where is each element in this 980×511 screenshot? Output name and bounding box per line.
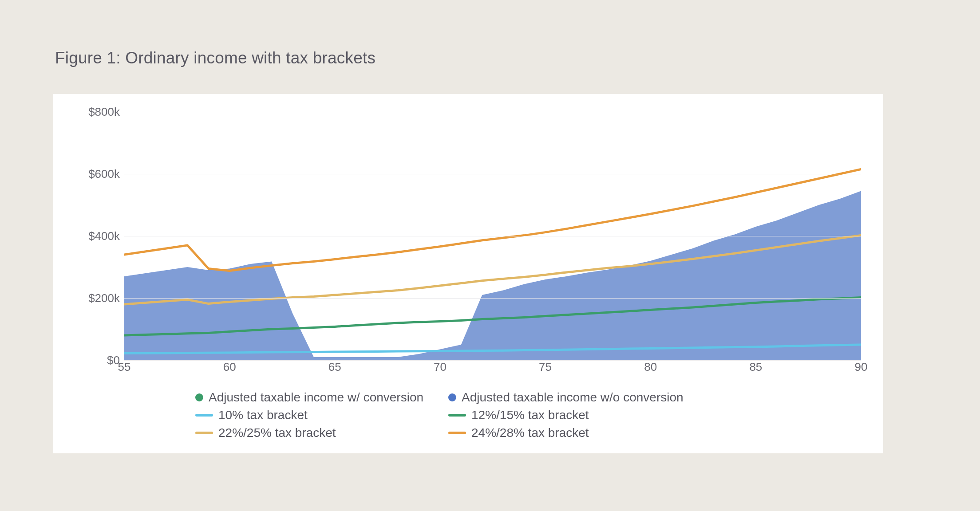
legend-item: 22%/25% tax bracket: [195, 426, 448, 440]
x-tick-label: 80: [644, 360, 657, 374]
y-tick-label: $400k: [88, 229, 120, 243]
legend-item: Adjusted taxable income w/o conversion: [448, 390, 723, 405]
legend-swatch-dot: [195, 393, 203, 401]
x-tick-label: 65: [328, 360, 341, 374]
chart-card: $0$200k$400k$600k$800k 5560657075808590 …: [53, 94, 883, 453]
y-axis: $0$200k$400k$600k$800k: [71, 112, 124, 360]
gridline: [124, 236, 861, 236]
legend-label: 24%/28% tax bracket: [471, 426, 589, 440]
x-tick-label: 75: [539, 360, 552, 374]
x-axis: 5560657075808590: [124, 360, 861, 378]
legend-item: 10% tax bracket: [195, 408, 448, 422]
x-tick-label: 60: [223, 360, 236, 374]
x-tick-label: 90: [855, 360, 868, 374]
legend-label: Adjusted taxable income w/o conversion: [462, 390, 684, 405]
legend-item: Adjusted taxable income w/ conversion: [195, 390, 448, 405]
x-tick-label: 85: [749, 360, 762, 374]
x-tick-label: 70: [434, 360, 447, 374]
legend-swatch-line: [448, 432, 466, 434]
gridline: [124, 174, 861, 174]
legend-label: Adjusted taxable income w/ conversion: [209, 390, 423, 405]
figure-title: Figure 1: Ordinary income with tax brack…: [55, 49, 936, 67]
legend-swatch-line: [195, 414, 213, 417]
y-tick-label: $800k: [88, 105, 120, 119]
legend-label: 12%/15% tax bracket: [471, 408, 589, 422]
legend-label: 22%/25% tax bracket: [218, 426, 336, 440]
gridline: [124, 112, 861, 112]
y-tick-label: $200k: [88, 291, 120, 305]
legend-item: 24%/28% tax bracket: [448, 426, 723, 440]
legend-swatch-line: [195, 432, 213, 434]
chart-plot: [124, 112, 861, 360]
chart-legend: Adjusted taxable income w/ conversionAdj…: [195, 390, 865, 440]
area-series: [124, 191, 861, 361]
x-tick-label: 55: [118, 360, 131, 374]
gridline: [124, 298, 861, 299]
legend-swatch-line: [448, 414, 466, 417]
legend-swatch-dot: [448, 393, 456, 401]
legend-item: 12%/15% tax bracket: [448, 408, 723, 422]
y-tick-label: $600k: [88, 167, 120, 181]
legend-label: 10% tax bracket: [218, 408, 308, 422]
